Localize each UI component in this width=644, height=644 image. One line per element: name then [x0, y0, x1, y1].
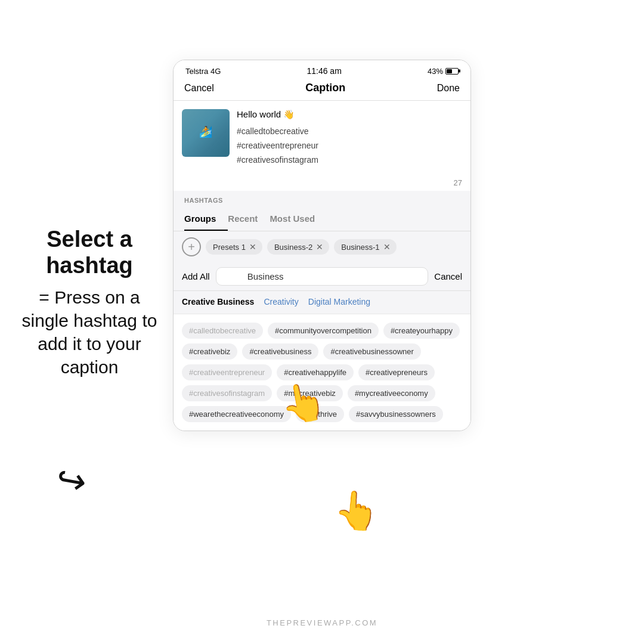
chip-label: Business-2: [274, 243, 312, 252]
chip-remove-icon[interactable]: ✕: [316, 242, 323, 252]
chip-remove-icon[interactable]: ✕: [249, 242, 256, 252]
battery-indicator: 43%: [428, 67, 459, 76]
search-input[interactable]: Business: [216, 267, 429, 286]
group-tab-creative-business[interactable]: Creative Business: [182, 297, 254, 309]
tab-most-used[interactable]: Most Used: [270, 208, 327, 231]
pointing-hand-icon-2: 👆: [332, 487, 382, 534]
chip-label: Presets 1: [213, 243, 246, 252]
hashtag-pill[interactable]: #savvybusinessowners: [349, 406, 443, 422]
hashtags-section: HASHTAGS Groups Recent Most Used + Prese…: [174, 191, 470, 291]
group-chip-business1[interactable]: Business-1 ✕: [334, 239, 396, 255]
hashtag-tabs: Groups Recent Most Used: [174, 208, 470, 231]
hashtag-pill[interactable]: #creativeentrepreneur: [182, 364, 272, 380]
hashtag-pill[interactable]: #creativepreneurs: [358, 364, 435, 380]
pointing-hand-icon-1: 👆: [277, 378, 329, 428]
battery-icon: [445, 68, 459, 75]
time-text: 11:46 am: [306, 66, 341, 76]
caption-hello: Hello world 👋: [237, 109, 462, 120]
post-thumbnail: 🏄: [182, 109, 230, 157]
arrow-icon: ↩: [53, 457, 89, 503]
cancel-search-button[interactable]: Cancel: [434, 271, 462, 281]
tab-recent[interactable]: Recent: [228, 208, 270, 231]
add-all-button[interactable]: Add All: [182, 271, 210, 281]
instruction-panel: Select a hashtag = Press on a single has…: [18, 227, 161, 379]
instruction-title: Select a hashtag: [18, 227, 161, 278]
caption-text-area[interactable]: Hello world 👋 #calledtobecreative#creati…: [230, 109, 462, 170]
carrier-text: Telstra 4G: [185, 67, 221, 76]
done-button[interactable]: Done: [437, 83, 460, 94]
group-tab-digital-marketing[interactable]: Digital Marketing: [308, 297, 370, 309]
hashtag-pill[interactable]: #creativebusinessowner: [323, 343, 420, 360]
hashtag-pill[interactable]: #createyourhappy: [383, 323, 460, 339]
battery-percentage: 43%: [428, 67, 443, 76]
group-chip-business2[interactable]: Business-2 ✕: [267, 239, 329, 255]
search-wrapper: 🔍 Business: [216, 267, 429, 286]
char-count: 27: [174, 178, 470, 191]
screen-title: Caption: [305, 82, 345, 94]
phone-frame: Telstra 4G 11:46 am 43% Cancel Caption D…: [173, 60, 471, 431]
hashtag-pill[interactable]: #creativehappylife: [277, 364, 354, 380]
groups-row: + Presets 1 ✕ Business-2 ✕ Business-1 ✕: [174, 231, 470, 262]
attribution-text: THEPREVIEWAPP.COM: [267, 618, 377, 627]
cancel-button[interactable]: Cancel: [184, 83, 214, 94]
hashtag-pill[interactable]: #creativesofinstagram: [182, 385, 272, 401]
group-name-tabs: Creative Business Creativity Digital Mar…: [174, 291, 470, 314]
search-value: Business: [234, 271, 284, 281]
hashtag-pill[interactable]: #creativebiz: [182, 343, 237, 360]
instruction-body: = Press on a single hashtag to add it to…: [18, 286, 161, 379]
hashtags-label: HASHTAGS: [174, 191, 470, 208]
hashtag-pill[interactable]: #communityovercompetition: [268, 323, 379, 339]
caption-area: 🏄 Hello world 👋 #calledtobecreative#crea…: [174, 101, 470, 178]
page-container: Select a hashtag = Press on a single has…: [0, 0, 644, 644]
thumbnail-figure: 🏄: [199, 125, 212, 138]
group-tab-creativity[interactable]: Creativity: [264, 297, 298, 309]
hashtag-pill[interactable]: #wearethecreativeeconomy: [182, 406, 291, 422]
chip-remove-icon[interactable]: ✕: [383, 242, 391, 252]
search-row: Add All 🔍 Business Cancel: [174, 262, 470, 291]
tab-groups[interactable]: Groups: [184, 208, 228, 231]
chip-label: Business-1: [341, 243, 379, 252]
group-chip-presets1[interactable]: Presets 1 ✕: [206, 239, 262, 255]
navigation-bar: Cancel Caption Done: [174, 79, 470, 101]
hashtag-pill[interactable]: #mycreativeeconomy: [348, 385, 435, 401]
hashtag-pill[interactable]: #calledtobecreative: [182, 323, 263, 339]
caption-hashtags: #calledtobecreative#creativeentrepreneur…: [237, 125, 462, 167]
add-group-button[interactable]: +: [182, 237, 201, 256]
hashtag-pill[interactable]: #creativebusiness: [242, 343, 318, 360]
status-bar: Telstra 4G 11:46 am 43%: [174, 60, 470, 79]
